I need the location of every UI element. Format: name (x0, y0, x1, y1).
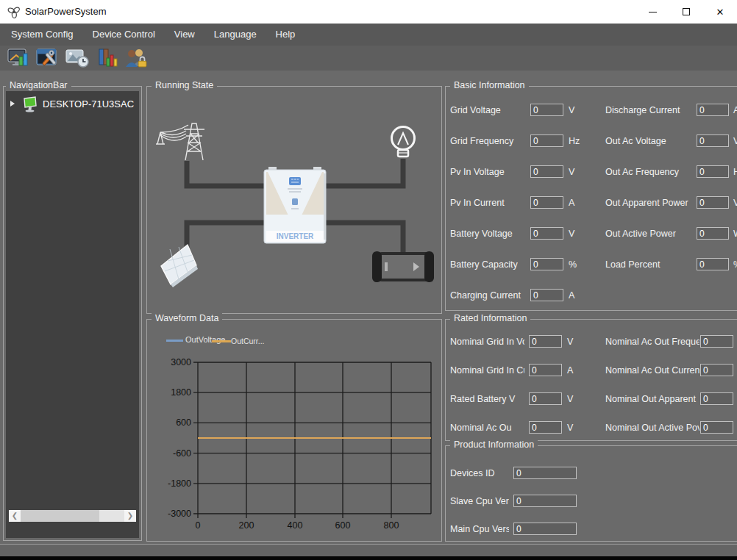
field-input[interactable]: 0 (697, 258, 729, 270)
field-row: Discharge Current0A (446, 104, 737, 117)
toolbar (0, 46, 737, 71)
ytick: -1800 (168, 478, 191, 489)
field-row: Out Apparent Power0VA (446, 196, 737, 209)
xtick: 600 (335, 520, 351, 531)
menu-system-config[interactable]: System Config (1, 24, 83, 46)
system-monitor-icon (7, 47, 30, 69)
device-settings-button[interactable] (33, 46, 63, 71)
field-input[interactable]: 0 (700, 421, 733, 434)
field-row: Devices ID0 (450, 467, 619, 480)
navigation-tree: DESKTOP-71U3SAC ❮ ❯ (6, 91, 139, 538)
field-label: Charging Current (450, 290, 524, 301)
field-row: Nominal Out Apparent0VA (446, 392, 737, 406)
minimize-button[interactable] (635, 0, 669, 24)
rated-information-title: Rated Information (450, 313, 530, 323)
field-input[interactable]: 0 (700, 335, 733, 348)
field-label: Nominal Out Active Pov (605, 423, 699, 433)
field-label: Main Cpu Versio (450, 524, 509, 534)
menu-language[interactable]: Language (204, 24, 266, 46)
field-input[interactable]: 0 (697, 227, 729, 240)
window-title: SolarPowerSystem (25, 6, 107, 17)
field-row: Out Active Power0W (446, 227, 737, 240)
inverter-icon: INVERTER (264, 167, 326, 243)
basic-information-title: Basic Information (450, 80, 529, 90)
battery-icon (372, 251, 434, 282)
field-row: Main Cpu Versio0 (450, 523, 619, 536)
title-bar[interactable]: SolarPowerSystem ✕ (0, 0, 737, 24)
product-information-title: Product Information (450, 439, 538, 450)
user-accounts-icon (124, 47, 148, 69)
waveform-chart: 3000 1800 600 -600 -1800 -3000 0 200 400… (147, 320, 441, 541)
snapshot-history-icon (65, 47, 89, 69)
xtick: 400 (288, 520, 303, 531)
field-label: Out Apparent Power (605, 198, 695, 208)
field-input[interactable]: 0 (513, 523, 577, 535)
device-settings-icon (36, 47, 60, 69)
field-label: Discharge Current (605, 105, 695, 115)
field-unit: VA (733, 198, 737, 208)
tree-expand-icon[interactable] (10, 101, 15, 107)
maximize-icon (683, 8, 690, 15)
field-label: Nominal Out Apparent (605, 394, 699, 404)
power-grid-icon (156, 123, 204, 160)
field-input[interactable]: 0 (697, 196, 729, 209)
field-input[interactable]: 0 (700, 364, 733, 376)
field-unit: V (733, 136, 737, 146)
field-label: Slave Cpu Versio (450, 496, 509, 506)
field-label: Nominal Ac Out Curren (605, 365, 699, 376)
field-row: Nominal Out Active Pov0W (446, 421, 737, 434)
field-input[interactable]: 0 (697, 134, 729, 147)
scroll-left-icon[interactable]: ❮ (9, 510, 21, 522)
maximize-button[interactable] (669, 0, 703, 24)
field-input[interactable]: 0 (530, 289, 563, 301)
field-unit: % (733, 259, 737, 270)
field-label: Out Ac Voltage (605, 136, 695, 146)
field-input[interactable]: 0 (697, 104, 729, 116)
snapshot-history-button[interactable] (63, 46, 92, 71)
field-input[interactable]: 0 (513, 467, 577, 479)
field-row: Slave Cpu Versio0 (450, 495, 619, 508)
navigation-panel: NavigationBar DESKTOP-71U3SAC ❮ ❯ (3, 86, 142, 541)
field-label: Out Ac Frequency (605, 167, 695, 177)
field-label: Load Percent (605, 259, 695, 270)
svg-text:INVERTER: INVERTER (277, 232, 314, 240)
scrollbar-thumb[interactable] (21, 510, 99, 522)
data-report-button[interactable] (92, 46, 121, 71)
ytick: -600 (173, 448, 191, 459)
product-information-panel: Product Information Devices ID0 Slave Cp… (445, 445, 737, 542)
window-bottom-edge (0, 556, 737, 560)
field-input[interactable]: 0 (697, 165, 729, 178)
xtick: 800 (384, 520, 399, 531)
tree-item-desktop[interactable]: DESKTOP-71U3SAC (6, 95, 139, 115)
scroll-right-icon[interactable]: ❯ (124, 510, 136, 522)
field-input[interactable]: 0 (700, 392, 733, 405)
ytick: 1800 (171, 387, 191, 398)
field-row: Charging Current0A (450, 289, 597, 302)
menu-bar: System Config Device Control View Langua… (0, 24, 737, 46)
field-label: Nominal Ac Out Freque (605, 337, 699, 347)
status-bar (0, 544, 737, 556)
user-accounts-button[interactable] (121, 46, 151, 71)
ytick: -3000 (168, 509, 191, 519)
data-report-icon (95, 47, 118, 69)
field-label: Devices ID (450, 468, 509, 478)
field-row: Out Ac Voltage0V (446, 134, 737, 148)
menu-help[interactable]: Help (266, 24, 305, 46)
close-button[interactable]: ✕ (703, 0, 737, 24)
field-unit: A (569, 290, 574, 301)
field-row: Nominal Ac Out Curren0A (446, 364, 737, 377)
horizontal-scrollbar[interactable]: ❮ ❯ (9, 510, 136, 522)
system-monitor-button[interactable] (4, 46, 33, 71)
inverter-label: INVERTER (277, 232, 314, 240)
light-bulb-icon (392, 127, 415, 157)
xtick: 0 (196, 520, 201, 531)
scrollbar-track[interactable] (99, 510, 124, 522)
waveform-panel: Waveform Data OutVoltage OutCurr... 3000… (146, 319, 442, 542)
xtick: 200 (239, 520, 254, 531)
field-unit: W (733, 229, 737, 239)
field-input[interactable]: 0 (513, 495, 577, 507)
menu-view[interactable]: View (165, 24, 204, 46)
menu-device-control[interactable]: Device Control (83, 24, 165, 46)
power-flow-diagram: INVERTER (147, 87, 441, 313)
basic-information-panel: Basic Information Grid Voltage0V Grid Fr… (445, 86, 737, 311)
